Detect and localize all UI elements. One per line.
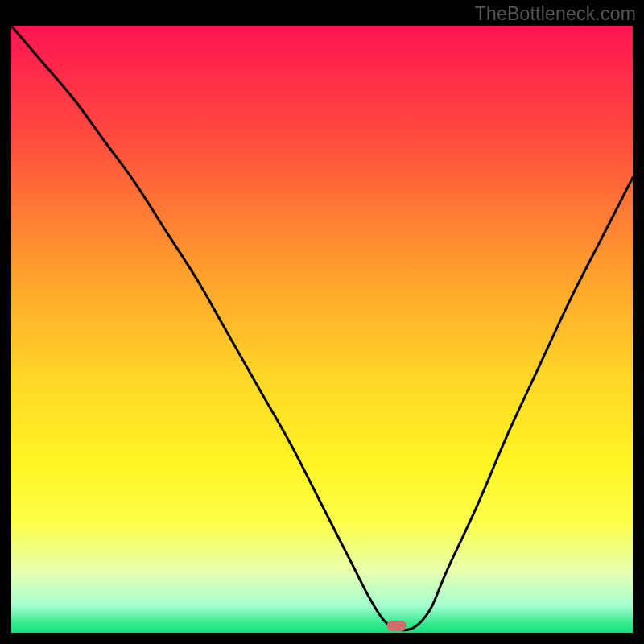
chart-frame: TheBottleneck.com [0, 0, 644, 644]
chart-svg [11, 26, 633, 633]
plot-area [11, 26, 633, 633]
gradient-rect [11, 26, 633, 633]
watermark-text: TheBottleneck.com [475, 3, 636, 25]
marker-point [387, 621, 407, 631]
